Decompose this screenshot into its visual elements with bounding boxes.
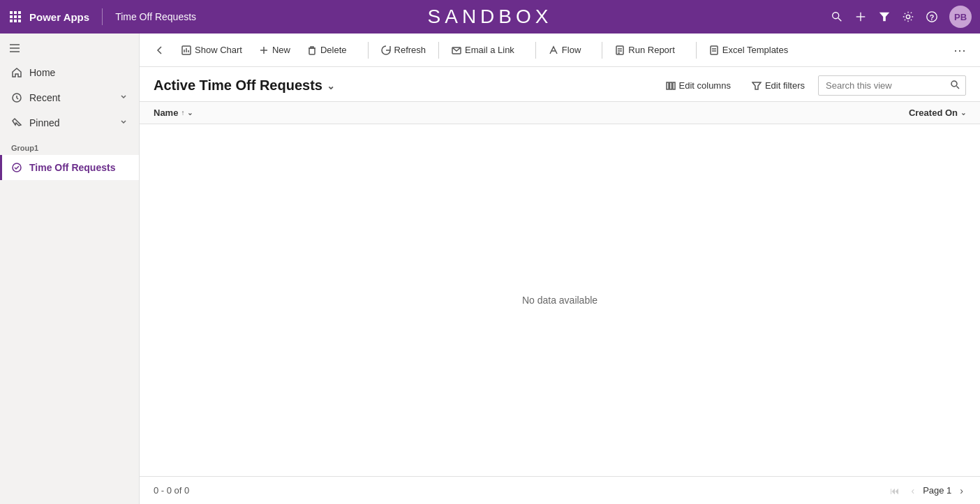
edit-filters-button[interactable]: Edit filters (744, 75, 812, 96)
content-area: Show Chart New Delete Refresh Ema (140, 34, 980, 504)
svg-rect-0 (10, 11, 13, 14)
run-report-chevron[interactable] (685, 46, 690, 54)
toolbar-divider-4 (602, 42, 602, 59)
sidebar-group-label: Group1 (0, 135, 139, 155)
delete-label: Delete (320, 45, 347, 55)
run-report-label: Run Report (628, 45, 674, 55)
help-icon[interactable]: ? (926, 10, 938, 23)
add-icon[interactable] (854, 10, 867, 23)
sidebar-item-pinned[interactable]: Pinned (0, 110, 139, 135)
user-avatar[interactable]: PB (949, 6, 972, 28)
sidebar-item-home[interactable]: Home (0, 60, 139, 85)
col-sort-asc-icon: ↑ (181, 109, 184, 117)
brand-label: Power Apps (29, 11, 89, 23)
sidebar: Home Recent Pinned Group1 Time Off Reque… (0, 34, 140, 504)
table-header: Name ↑ ⌄ Created On ⌄ (140, 102, 980, 124)
sidebar-toggle-button[interactable] (0, 36, 139, 60)
search-icon[interactable] (831, 10, 843, 23)
edit-columns-button[interactable]: Edit columns (658, 75, 738, 96)
delete-chevron[interactable] (357, 46, 362, 54)
toolbar-divider-2 (438, 42, 439, 59)
show-chart-label: Show Chart (195, 45, 242, 55)
svg-line-10 (838, 18, 842, 22)
pagination-controls: ⏮ ‹ Page 1 › (887, 484, 966, 498)
settings-gear-icon[interactable] (902, 10, 914, 23)
svg-rect-35 (711, 46, 718, 54)
recent-chevron-icon (119, 92, 128, 103)
view-header: Active Time Off Requests ⌄ Edit columns … (140, 67, 980, 102)
svg-rect-28 (309, 48, 315, 54)
sidebar-pinned-label: Pinned (29, 117, 60, 128)
sidebar-time-off-label: Time Off Requests (29, 162, 115, 173)
view-title-text: Active Time Off Requests (154, 77, 322, 94)
svg-rect-4 (14, 15, 17, 18)
svg-point-14 (906, 15, 910, 18)
new-label: New (272, 45, 290, 55)
column-created-header[interactable]: Created On ⌄ (909, 108, 966, 118)
email-link-button[interactable]: Email a Link (445, 40, 521, 59)
svg-marker-13 (879, 13, 889, 22)
view-title-chevron-icon[interactable]: ⌄ (327, 80, 335, 91)
column-name-header[interactable]: Name ↑ ⌄ (154, 108, 909, 118)
main-layout: Home Recent Pinned Group1 Time Off Reque… (0, 34, 980, 504)
search-view-button[interactable] (944, 76, 965, 95)
prev-page-button[interactable]: ‹ (908, 484, 917, 498)
svg-text:?: ? (930, 13, 935, 22)
refresh-button[interactable]: Refresh (374, 40, 433, 59)
footer: 0 - 0 of 0 ⏮ ‹ Page 1 › (140, 476, 980, 504)
flow-button[interactable]: Flow (542, 40, 588, 59)
more-options-button[interactable]: ⋯ (948, 38, 972, 62)
app-name-label: Time Off Requests (115, 11, 196, 22)
toolbar-divider-3 (535, 42, 536, 59)
grid-menu-icon[interactable] (8, 10, 22, 24)
search-view-input[interactable] (819, 77, 944, 94)
excel-templates-button[interactable]: Excel Templates (702, 40, 795, 59)
excel-templates-chevron[interactable] (798, 46, 803, 54)
svg-rect-39 (669, 82, 671, 89)
toolbar: Show Chart New Delete Refresh Ema (140, 34, 980, 67)
first-page-button[interactable]: ⏮ (887, 484, 903, 498)
delete-button[interactable]: Delete (300, 40, 354, 59)
email-chevron[interactable] (524, 46, 530, 54)
back-button[interactable] (148, 41, 172, 59)
next-page-button[interactable]: › (957, 484, 966, 498)
no-data-message: No data available (522, 295, 597, 306)
filter-icon[interactable] (878, 10, 891, 23)
refresh-label: Refresh (394, 45, 426, 55)
search-view-box (818, 75, 966, 96)
svg-marker-41 (752, 82, 761, 89)
svg-rect-2 (18, 11, 21, 14)
edit-columns-label: Edit columns (679, 80, 731, 91)
excel-templates-label: Excel Templates (722, 45, 788, 55)
edit-filters-label: Edit filters (765, 80, 805, 91)
svg-rect-38 (667, 82, 669, 89)
view-header-actions: Edit columns Edit filters (658, 75, 967, 96)
svg-rect-8 (18, 20, 21, 22)
run-report-button[interactable]: Run Report (608, 40, 681, 59)
nav-divider (102, 8, 103, 25)
sidebar-recent-label: Recent (29, 92, 60, 103)
show-chart-button[interactable]: Show Chart (175, 40, 249, 59)
page-label: Page 1 (923, 485, 951, 496)
email-link-label: Email a Link (465, 45, 514, 55)
record-count-label: 0 - 0 of 0 (154, 485, 189, 496)
top-nav-left: Power Apps Time Off Requests (8, 8, 196, 25)
svg-rect-40 (673, 82, 675, 89)
toolbar-divider-5 (696, 42, 697, 59)
svg-rect-6 (10, 20, 13, 22)
top-nav-right: ? PB (831, 6, 972, 28)
sidebar-item-recent[interactable]: Recent (0, 85, 139, 110)
col-created-chevron-icon: ⌄ (960, 109, 966, 117)
new-button[interactable]: New (252, 40, 297, 59)
col-sort-chevron-icon: ⌄ (187, 109, 193, 117)
pinned-chevron-icon (119, 117, 128, 128)
svg-rect-1 (14, 11, 17, 14)
sidebar-item-time-off-requests[interactable]: Time Off Requests (0, 155, 139, 180)
view-title: Active Time Off Requests ⌄ (154, 77, 335, 94)
svg-point-42 (951, 81, 957, 87)
svg-rect-5 (18, 15, 21, 18)
svg-line-43 (957, 87, 960, 89)
sandbox-label: SANDBOX (428, 6, 553, 28)
svg-point-9 (833, 13, 839, 19)
flow-chevron[interactable] (591, 46, 596, 54)
